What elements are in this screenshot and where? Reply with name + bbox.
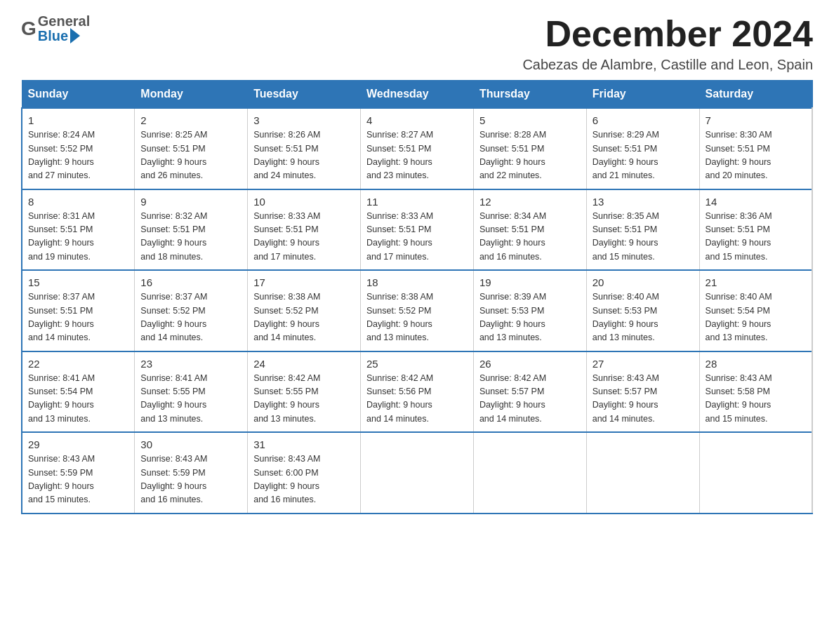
day-info: Sunrise: 8:24 AM Sunset: 5:52 PM Dayligh… (28, 128, 128, 183)
calendar-cell: 14 Sunrise: 8:36 AM Sunset: 5:51 PM Dayl… (699, 189, 812, 271)
day-number: 19 (479, 276, 581, 288)
weekday-header-friday: Friday (586, 81, 699, 109)
day-number: 5 (479, 114, 581, 126)
calendar-cell: 11 Sunrise: 8:33 AM Sunset: 5:51 PM Dayl… (361, 189, 474, 271)
logo-text-block: General Blue (38, 14, 90, 43)
day-number: 11 (366, 196, 468, 208)
calendar-cell: 16 Sunrise: 8:37 AM Sunset: 5:52 PM Dayl… (135, 270, 248, 351)
day-number: 31 (253, 438, 355, 450)
calendar-cell: 28 Sunrise: 8:43 AM Sunset: 5:58 PM Dayl… (699, 351, 812, 433)
calendar-cell (586, 432, 699, 514)
calendar-subtitle: Cabezas de Alambre, Castille and Leon, S… (522, 57, 813, 73)
day-info: Sunrise: 8:41 AM Sunset: 5:54 PM Dayligh… (28, 372, 128, 427)
calendar-cell: 2 Sunrise: 8:25 AM Sunset: 5:51 PM Dayli… (135, 108, 248, 189)
day-number: 29 (28, 438, 128, 450)
calendar-week-row-5: 29 Sunrise: 8:43 AM Sunset: 5:59 PM Dayl… (22, 432, 812, 514)
day-number: 13 (593, 196, 694, 208)
day-number: 8 (28, 196, 128, 208)
calendar-cell: 1 Sunrise: 8:24 AM Sunset: 5:52 PM Dayli… (22, 108, 135, 189)
day-info: Sunrise: 8:26 AM Sunset: 5:51 PM Dayligh… (253, 128, 355, 183)
day-info: Sunrise: 8:43 AM Sunset: 6:00 PM Dayligh… (253, 452, 355, 507)
day-number: 4 (366, 114, 468, 126)
calendar-cell: 31 Sunrise: 8:43 AM Sunset: 6:00 PM Dayl… (248, 432, 361, 514)
calendar-cell: 20 Sunrise: 8:40 AM Sunset: 5:53 PM Dayl… (586, 270, 699, 351)
calendar-cell (361, 432, 474, 514)
day-info: Sunrise: 8:43 AM Sunset: 5:57 PM Dayligh… (593, 372, 694, 427)
logo-g-letter: G (21, 18, 37, 40)
day-info: Sunrise: 8:34 AM Sunset: 5:51 PM Dayligh… (479, 210, 581, 264)
day-number: 26 (479, 358, 581, 370)
day-number: 16 (140, 276, 241, 288)
day-number: 15 (28, 276, 128, 288)
calendar-cell: 22 Sunrise: 8:41 AM Sunset: 5:54 PM Dayl… (22, 351, 135, 433)
calendar-cell: 8 Sunrise: 8:31 AM Sunset: 5:51 PM Dayli… (22, 189, 135, 271)
logo-blue-text: Blue (38, 29, 68, 43)
day-number: 6 (593, 114, 694, 126)
day-number: 10 (253, 196, 355, 208)
day-info: Sunrise: 8:31 AM Sunset: 5:51 PM Dayligh… (28, 210, 128, 264)
day-number: 1 (28, 114, 128, 126)
day-info: Sunrise: 8:37 AM Sunset: 5:52 PM Dayligh… (140, 290, 241, 345)
day-info: Sunrise: 8:29 AM Sunset: 5:51 PM Dayligh… (593, 128, 694, 183)
day-info: Sunrise: 8:38 AM Sunset: 5:52 PM Dayligh… (366, 290, 468, 345)
calendar-cell: 5 Sunrise: 8:28 AM Sunset: 5:51 PM Dayli… (473, 108, 586, 189)
calendar-cell: 15 Sunrise: 8:37 AM Sunset: 5:51 PM Dayl… (22, 270, 135, 351)
calendar-cell (473, 432, 586, 514)
day-info: Sunrise: 8:35 AM Sunset: 5:51 PM Dayligh… (593, 210, 694, 264)
day-number: 18 (366, 276, 468, 288)
calendar-cell: 7 Sunrise: 8:30 AM Sunset: 5:51 PM Dayli… (699, 108, 812, 189)
day-info: Sunrise: 8:30 AM Sunset: 5:51 PM Dayligh… (706, 128, 806, 183)
day-number: 21 (706, 276, 806, 288)
calendar-cell: 25 Sunrise: 8:42 AM Sunset: 5:56 PM Dayl… (361, 351, 474, 433)
day-number: 22 (28, 358, 128, 370)
day-number: 17 (253, 276, 355, 288)
calendar-week-row-3: 15 Sunrise: 8:37 AM Sunset: 5:51 PM Dayl… (22, 270, 812, 351)
logo: G General Blue (21, 14, 90, 43)
calendar-week-row-2: 8 Sunrise: 8:31 AM Sunset: 5:51 PM Dayli… (22, 189, 812, 271)
day-number: 28 (706, 358, 806, 370)
day-info: Sunrise: 8:25 AM Sunset: 5:51 PM Dayligh… (140, 128, 241, 183)
day-info: Sunrise: 8:33 AM Sunset: 5:51 PM Dayligh… (253, 210, 355, 264)
calendar-cell: 3 Sunrise: 8:26 AM Sunset: 5:51 PM Dayli… (248, 108, 361, 189)
day-number: 3 (253, 114, 355, 126)
day-info: Sunrise: 8:40 AM Sunset: 5:53 PM Dayligh… (593, 290, 694, 345)
weekday-header-thursday: Thursday (473, 81, 586, 109)
calendar-cell: 26 Sunrise: 8:42 AM Sunset: 5:57 PM Dayl… (473, 351, 586, 433)
weekday-header-monday: Monday (135, 81, 248, 109)
calendar-week-row-4: 22 Sunrise: 8:41 AM Sunset: 5:54 PM Dayl… (22, 351, 812, 433)
day-info: Sunrise: 8:36 AM Sunset: 5:51 PM Dayligh… (706, 210, 806, 264)
calendar-cell: 10 Sunrise: 8:33 AM Sunset: 5:51 PM Dayl… (248, 189, 361, 271)
calendar-cell: 27 Sunrise: 8:43 AM Sunset: 5:57 PM Dayl… (586, 351, 699, 433)
logo-arrow-icon (70, 28, 80, 43)
calendar-title: December 2024 (522, 14, 813, 54)
weekday-header-wednesday: Wednesday (361, 81, 474, 109)
day-info: Sunrise: 8:33 AM Sunset: 5:51 PM Dayligh… (366, 210, 468, 264)
weekday-header-row: SundayMondayTuesdayWednesdayThursdayFrid… (22, 81, 812, 109)
calendar-cell (699, 432, 812, 514)
day-info: Sunrise: 8:27 AM Sunset: 5:51 PM Dayligh… (366, 128, 468, 183)
day-info: Sunrise: 8:43 AM Sunset: 5:58 PM Dayligh… (706, 372, 806, 427)
weekday-header-saturday: Saturday (699, 81, 812, 109)
day-info: Sunrise: 8:37 AM Sunset: 5:51 PM Dayligh… (28, 290, 128, 345)
day-info: Sunrise: 8:42 AM Sunset: 5:55 PM Dayligh… (253, 372, 355, 427)
day-number: 2 (140, 114, 241, 126)
day-info: Sunrise: 8:42 AM Sunset: 5:57 PM Dayligh… (479, 372, 581, 427)
day-number: 14 (706, 196, 806, 208)
calendar-cell: 21 Sunrise: 8:40 AM Sunset: 5:54 PM Dayl… (699, 270, 812, 351)
day-number: 27 (593, 358, 694, 370)
calendar-cell: 9 Sunrise: 8:32 AM Sunset: 5:51 PM Dayli… (135, 189, 248, 271)
day-info: Sunrise: 8:32 AM Sunset: 5:51 PM Dayligh… (140, 210, 241, 264)
day-info: Sunrise: 8:41 AM Sunset: 5:55 PM Dayligh… (140, 372, 241, 427)
day-number: 24 (253, 358, 355, 370)
page-header: G General Blue December 2024 Cabezas de … (21, 14, 813, 73)
calendar-cell: 4 Sunrise: 8:27 AM Sunset: 5:51 PM Dayli… (361, 108, 474, 189)
weekday-header-tuesday: Tuesday (248, 81, 361, 109)
calendar-cell: 6 Sunrise: 8:29 AM Sunset: 5:51 PM Dayli… (586, 108, 699, 189)
day-info: Sunrise: 8:40 AM Sunset: 5:54 PM Dayligh… (706, 290, 806, 345)
calendar-week-row-1: 1 Sunrise: 8:24 AM Sunset: 5:52 PM Dayli… (22, 108, 812, 189)
day-number: 30 (140, 438, 241, 450)
day-info: Sunrise: 8:39 AM Sunset: 5:53 PM Dayligh… (479, 290, 581, 345)
calendar-cell: 12 Sunrise: 8:34 AM Sunset: 5:51 PM Dayl… (473, 189, 586, 271)
calendar-cell: 18 Sunrise: 8:38 AM Sunset: 5:52 PM Dayl… (361, 270, 474, 351)
calendar-cell: 13 Sunrise: 8:35 AM Sunset: 5:51 PM Dayl… (586, 189, 699, 271)
